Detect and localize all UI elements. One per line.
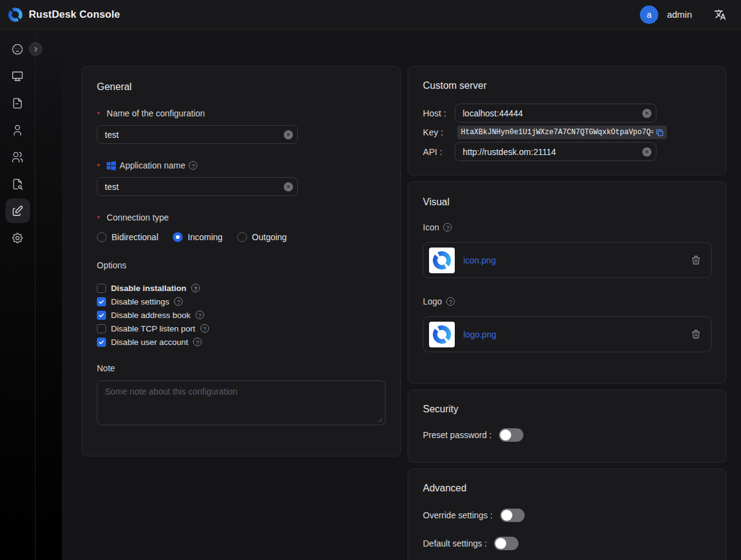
sidebar-item-smiley[interactable] <box>6 37 30 61</box>
preset-password-row: Preset password : <box>423 428 711 442</box>
advanced-card: Advanced Override settings : Default set… <box>408 469 726 560</box>
general-title: General <box>97 81 386 93</box>
icon-label-row: Icon ? <box>423 222 711 232</box>
copy-icon[interactable] <box>655 128 664 137</box>
icon-file-link[interactable]: icon.png <box>463 255 496 265</box>
translate-icon[interactable] <box>714 9 726 21</box>
radio-incoming[interactable]: Incoming <box>173 232 222 242</box>
logo-thumbnail <box>429 322 455 347</box>
app-name-field: ✕ <box>97 177 298 196</box>
users-icon <box>11 151 24 164</box>
radio-bidirectional[interactable]: Bidirectional <box>97 232 158 242</box>
help-icon[interactable]: ? <box>446 297 455 306</box>
api-input[interactable] <box>455 142 656 161</box>
radio-icon <box>237 232 247 242</box>
radio-label: Incoming <box>188 232 222 242</box>
note-label: Note <box>97 363 386 373</box>
toggle-knob <box>495 538 506 549</box>
logo-label: Logo <box>423 297 442 306</box>
preset-password-label: Preset password : <box>423 430 492 440</box>
checkbox-disable-address-book[interactable]: Disable address book ? <box>97 308 386 322</box>
general-card: General Name of the configuration ✕ Appl… <box>82 66 401 456</box>
key-field: HtaXBkJNHyn0e1U1jWXze7A7CN7QTGWqxkOtpaVp… <box>457 126 667 139</box>
checkbox-label: Disable address book <box>111 311 191 320</box>
sidebar-item-edit[interactable] <box>6 199 30 223</box>
checkbox-icon <box>97 338 106 347</box>
trash-icon[interactable] <box>691 329 701 339</box>
top-bar: RustDesk Console a admin <box>0 0 741 29</box>
note-textarea[interactable] <box>97 380 386 425</box>
app-name-label-row: Application name ? <box>97 161 386 170</box>
sidebar-collapse-button[interactable] <box>29 42 42 56</box>
logo-label-row: Logo ? <box>423 297 711 306</box>
trash-icon[interactable] <box>691 255 701 265</box>
rustdesk-logo-icon <box>7 7 23 23</box>
override-settings-row: Override settings : <box>423 509 711 522</box>
clear-icon[interactable]: ✕ <box>284 182 293 191</box>
clear-icon[interactable]: ✕ <box>642 147 652 156</box>
checkbox-disable-settings[interactable]: Disable settings ? <box>97 295 386 308</box>
sidebar-item-document-search[interactable] <box>6 172 30 196</box>
override-settings-toggle[interactable] <box>500 509 525 522</box>
radio-label: Bidirectional <box>112 232 158 242</box>
connection-type-label: Connection type <box>97 213 386 222</box>
clear-icon[interactable]: ✕ <box>284 130 293 139</box>
user-icon <box>11 124 24 137</box>
clear-icon[interactable]: ✕ <box>642 108 652 118</box>
sidebar-item-settings[interactable] <box>6 225 30 250</box>
logo-file-row: logo.png <box>423 316 712 352</box>
logo-file-link[interactable]: logo.png <box>463 330 496 339</box>
api-field: ✕ <box>455 142 656 161</box>
checkbox-icon <box>97 284 106 293</box>
key-row: Key : HtaXBkJNHyn0e1U1jWXze7A7CN7QTGWqxk… <box>423 126 711 139</box>
checkbox-label: Disable settings <box>111 297 169 306</box>
sidebar-item-monitor[interactable] <box>6 64 30 88</box>
edit-icon <box>11 205 24 218</box>
custom-server-title: Custom server <box>423 80 711 91</box>
host-label: Host : <box>423 108 455 118</box>
config-name-label: Name of the configuration <box>97 108 386 118</box>
checkbox-disable-tcp-listen-port[interactable]: Disable TCP listen port ? <box>97 322 386 335</box>
security-card: Security Preset password : <box>408 390 726 463</box>
default-settings-row: Default settings : <box>423 537 711 550</box>
preset-password-toggle[interactable] <box>499 428 523 442</box>
override-settings-label: Override settings : <box>423 510 493 520</box>
checkbox-icon <box>97 324 106 333</box>
help-icon[interactable]: ? <box>200 324 209 333</box>
radio-outgoing[interactable]: Outgoing <box>237 232 287 242</box>
sidebar-item-user[interactable] <box>6 118 30 142</box>
checkbox-disable-user-account[interactable]: Disable user account ? <box>97 335 386 349</box>
radio-icon <box>97 232 107 242</box>
help-icon[interactable]: ? <box>189 161 197 170</box>
username[interactable]: admin <box>667 9 692 20</box>
icon-file-row: icon.png <box>423 242 712 278</box>
host-input[interactable] <box>455 104 656 123</box>
checkbox-disable-installation[interactable]: Disable installation ? <box>97 281 386 295</box>
radio-label: Outgoing <box>252 232 287 242</box>
security-title: Security <box>423 404 711 415</box>
config-name-input[interactable] <box>97 125 298 144</box>
visual-card: Visual Icon ? icon.png Logo <box>408 181 726 384</box>
avatar[interactable]: a <box>640 6 658 24</box>
gear-icon <box>11 232 24 244</box>
help-icon[interactable]: ? <box>196 311 204 319</box>
checkbox-label: Disable TCP listen port <box>111 324 196 333</box>
default-settings-toggle[interactable] <box>494 537 519 550</box>
app-title: RustDesk Console <box>29 9 120 20</box>
monitor-icon <box>11 70 24 83</box>
checkbox-label: Disable user account <box>111 338 188 347</box>
help-icon[interactable]: ? <box>443 223 452 232</box>
checkbox-icon <box>97 297 106 306</box>
help-icon[interactable]: ? <box>191 284 200 292</box>
smiley-icon <box>11 43 24 56</box>
note-field <box>97 380 386 425</box>
toggle-knob <box>501 510 512 521</box>
resize-grip-icon[interactable] <box>378 417 383 423</box>
help-icon[interactable]: ? <box>193 338 202 346</box>
sidebar-item-users[interactable] <box>6 145 30 169</box>
chevron-right-icon <box>32 45 40 53</box>
sidebar-item-document[interactable] <box>6 91 30 115</box>
help-icon[interactable]: ? <box>174 297 183 306</box>
radio-icon <box>173 232 183 242</box>
app-name-input[interactable] <box>97 177 298 196</box>
